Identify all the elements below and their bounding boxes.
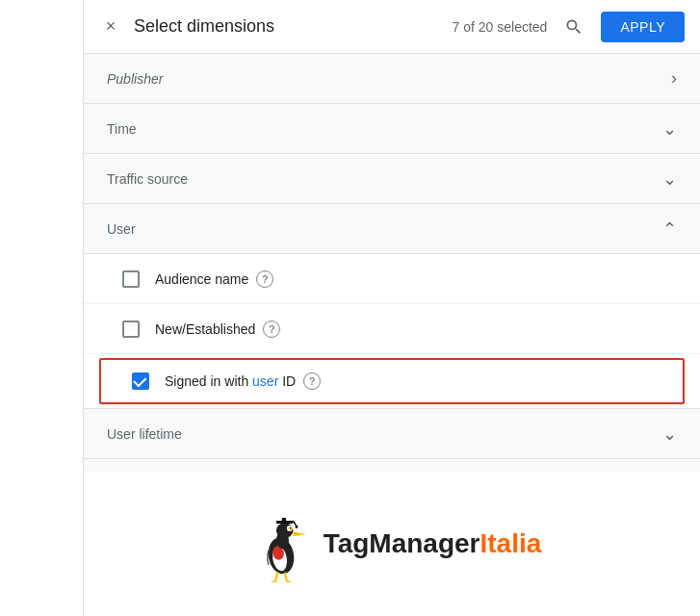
- section-publisher[interactable]: Publisher ›: [84, 54, 700, 104]
- item-audience-name: Audience name ?: [84, 254, 700, 304]
- svg-marker-12: [293, 531, 305, 536]
- traffic-source-chevron: ⌄: [662, 168, 677, 190]
- dimensions-list: Publisher › Time ⌄ Traffic source ⌄ User…: [84, 54, 700, 472]
- new-established-help-icon[interactable]: ?: [263, 321, 280, 338]
- logo-text: TagManagerItalia: [324, 528, 542, 559]
- close-button[interactable]: ×: [99, 15, 122, 38]
- time-label: Time: [107, 121, 137, 137]
- svg-point-8: [295, 526, 298, 528]
- main-panel: × Select dimensions 7 of 20 selected APP…: [84, 0, 700, 616]
- highlight-user-word: user: [252, 373, 278, 389]
- selection-count: 7 of 20 selected: [453, 19, 548, 35]
- svg-line-14: [284, 573, 286, 581]
- section-user-lifetime[interactable]: User lifetime ⌄: [84, 409, 700, 459]
- section-traffic-source[interactable]: Traffic source ⌄: [84, 154, 700, 204]
- user-section-header[interactable]: User ⌃: [84, 204, 700, 254]
- dialog-title: Select dimensions: [134, 16, 453, 37]
- publisher-label: Publisher: [107, 71, 163, 87]
- new-established-checkbox[interactable]: [122, 321, 140, 338]
- section-video: Video ⌃: [84, 459, 700, 472]
- apply-button[interactable]: APPLY: [601, 12, 685, 42]
- audience-name-help-icon[interactable]: ?: [256, 270, 273, 288]
- traffic-source-label: Traffic source: [107, 171, 188, 187]
- user-lifetime-chevron: ⌄: [662, 424, 677, 445]
- footer: TagManagerItalia: [84, 472, 700, 616]
- user-chevron: ⌃: [662, 218, 677, 240]
- search-button[interactable]: [562, 15, 585, 38]
- item-signed-in-user-id: Signed in with user ID ?: [99, 358, 685, 404]
- logo-italia: Italia: [480, 528, 542, 558]
- logo-tagmanager: TagManager: [324, 528, 480, 558]
- user-label: User: [107, 221, 136, 237]
- signed-in-userid-checkbox[interactable]: [132, 372, 149, 390]
- user-lifetime-label: User lifetime: [107, 426, 182, 442]
- publisher-chevron: ›: [671, 68, 677, 89]
- svg-rect-6: [281, 518, 285, 522]
- audience-name-label: Audience name: [155, 271, 248, 287]
- section-time[interactable]: Time ⌄: [84, 104, 700, 154]
- time-chevron: ⌄: [662, 118, 677, 140]
- svg-line-7: [293, 521, 297, 526]
- dialog-header: × Select dimensions 7 of 20 selected APP…: [84, 0, 700, 54]
- audience-name-checkbox[interactable]: [122, 270, 140, 288]
- bird-icon: [243, 505, 320, 582]
- svg-line-13: [275, 572, 277, 580]
- brand-logo: TagManagerItalia: [243, 505, 542, 582]
- sidebar: [0, 0, 84, 616]
- signed-in-userid-help-icon[interactable]: ?: [303, 372, 321, 390]
- item-new-established: New/Established ?: [84, 304, 700, 354]
- svg-point-11: [290, 527, 291, 528]
- section-user: User ⌃ Audience name ? New/Established ?…: [84, 204, 700, 409]
- signed-in-userid-label: Signed in with user ID: [165, 373, 296, 389]
- video-section-header[interactable]: Video ⌃: [84, 459, 700, 472]
- new-established-label: New/Established: [155, 321, 255, 337]
